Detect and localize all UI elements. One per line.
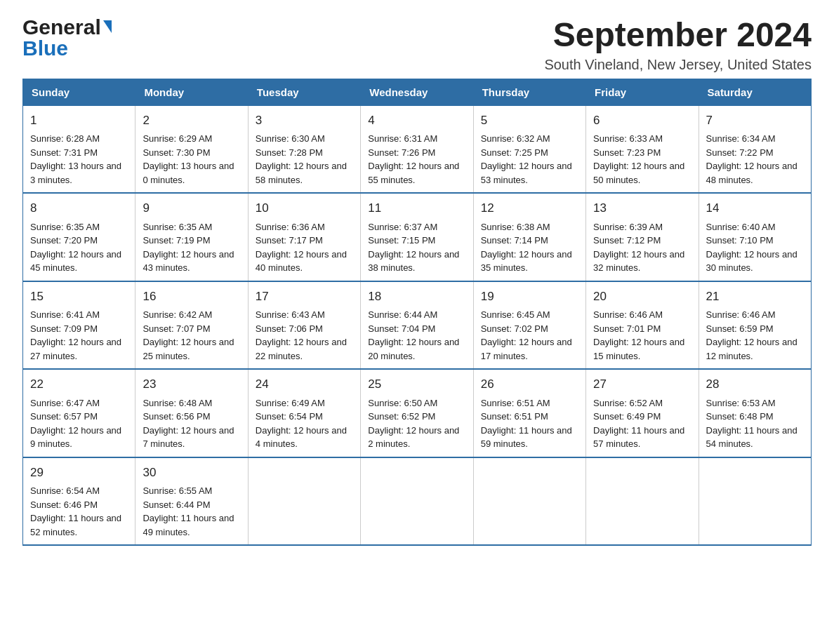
- day-number: 20: [593, 288, 691, 306]
- col-header-friday: Friday: [586, 79, 699, 105]
- day-info: Sunrise: 6:43 AMSunset: 7:06 PMDaylight:…: [256, 308, 353, 363]
- day-info: Sunrise: 6:41 AMSunset: 7:09 PMDaylight:…: [30, 308, 128, 363]
- day-number: 5: [481, 112, 578, 130]
- page-header: General Blue September 2024 South Vinela…: [22, 17, 812, 73]
- calendar-cell: [248, 457, 360, 546]
- calendar-cell: 14Sunrise: 6:40 AMSunset: 7:10 PMDayligh…: [699, 193, 811, 281]
- calendar-cell: 7Sunrise: 6:34 AMSunset: 7:22 PMDaylight…: [699, 105, 811, 193]
- day-number: 9: [143, 199, 240, 217]
- day-info: Sunrise: 6:50 AMSunset: 6:52 PMDaylight:…: [368, 396, 465, 451]
- calendar-cell: 9Sunrise: 6:35 AMSunset: 7:19 PMDaylight…: [135, 193, 248, 281]
- day-info: Sunrise: 6:42 AMSunset: 7:07 PMDaylight:…: [143, 308, 240, 363]
- day-number: 16: [143, 288, 240, 306]
- logo-triangle-icon: [103, 20, 112, 33]
- day-number: 14: [706, 199, 804, 217]
- calendar-cell: [586, 457, 699, 546]
- day-info: Sunrise: 6:36 AMSunset: 7:17 PMDaylight:…: [256, 220, 353, 275]
- day-number: 29: [30, 464, 128, 482]
- day-number: 2: [143, 112, 240, 130]
- calendar-cell: [473, 457, 585, 546]
- day-info: Sunrise: 6:44 AMSunset: 7:04 PMDaylight:…: [368, 308, 465, 363]
- calendar-cell: 21Sunrise: 6:46 AMSunset: 6:59 PMDayligh…: [699, 281, 811, 370]
- calendar-cell: 28Sunrise: 6:53 AMSunset: 6:48 PMDayligh…: [699, 369, 811, 457]
- calendar-week-row: 1Sunrise: 6:28 AMSunset: 7:31 PMDaylight…: [23, 105, 812, 193]
- calendar-cell: 26Sunrise: 6:51 AMSunset: 6:51 PMDayligh…: [473, 369, 585, 457]
- calendar-cell: 13Sunrise: 6:39 AMSunset: 7:12 PMDayligh…: [586, 193, 699, 281]
- day-number: 4: [368, 112, 465, 130]
- calendar-cell: 22Sunrise: 6:47 AMSunset: 6:57 PMDayligh…: [23, 369, 135, 457]
- calendar-cell: 24Sunrise: 6:49 AMSunset: 6:54 PMDayligh…: [248, 369, 360, 457]
- day-info: Sunrise: 6:55 AMSunset: 6:44 PMDaylight:…: [143, 484, 240, 539]
- calendar-cell: 6Sunrise: 6:33 AMSunset: 7:23 PMDaylight…: [586, 105, 699, 193]
- calendar-cell: 19Sunrise: 6:45 AMSunset: 7:02 PMDayligh…: [473, 281, 585, 370]
- calendar-cell: 11Sunrise: 6:37 AMSunset: 7:15 PMDayligh…: [361, 193, 473, 281]
- calendar-cell: [699, 457, 811, 546]
- calendar-cell: 5Sunrise: 6:32 AMSunset: 7:25 PMDaylight…: [473, 105, 585, 193]
- day-number: 7: [706, 112, 804, 130]
- day-info: Sunrise: 6:38 AMSunset: 7:14 PMDaylight:…: [481, 220, 578, 275]
- day-number: 19: [481, 288, 578, 306]
- day-number: 13: [593, 199, 691, 217]
- calendar-week-row: 15Sunrise: 6:41 AMSunset: 7:09 PMDayligh…: [23, 281, 812, 370]
- calendar-week-row: 8Sunrise: 6:35 AMSunset: 7:20 PMDaylight…: [23, 193, 812, 281]
- day-info: Sunrise: 6:30 AMSunset: 7:28 PMDaylight:…: [256, 132, 353, 187]
- col-header-monday: Monday: [135, 79, 248, 105]
- calendar-cell: 12Sunrise: 6:38 AMSunset: 7:14 PMDayligh…: [473, 193, 585, 281]
- day-number: 18: [368, 288, 465, 306]
- day-info: Sunrise: 6:32 AMSunset: 7:25 PMDaylight:…: [481, 132, 578, 187]
- day-number: 26: [481, 375, 578, 394]
- day-info: Sunrise: 6:34 AMSunset: 7:22 PMDaylight:…: [706, 132, 804, 187]
- col-header-thursday: Thursday: [473, 79, 585, 105]
- calendar-table: SundayMondayTuesdayWednesdayThursdayFrid…: [22, 79, 812, 546]
- day-info: Sunrise: 6:47 AMSunset: 6:57 PMDaylight:…: [30, 396, 128, 451]
- day-info: Sunrise: 6:39 AMSunset: 7:12 PMDaylight:…: [593, 220, 691, 275]
- day-info: Sunrise: 6:28 AMSunset: 7:31 PMDaylight:…: [30, 132, 128, 187]
- day-info: Sunrise: 6:49 AMSunset: 6:54 PMDaylight:…: [256, 396, 353, 451]
- day-number: 6: [593, 112, 691, 130]
- day-number: 12: [481, 199, 578, 217]
- calendar-cell: 18Sunrise: 6:44 AMSunset: 7:04 PMDayligh…: [361, 281, 473, 370]
- day-info: Sunrise: 6:45 AMSunset: 7:02 PMDaylight:…: [481, 308, 578, 363]
- day-number: 8: [30, 199, 128, 217]
- day-info: Sunrise: 6:52 AMSunset: 6:49 PMDaylight:…: [593, 396, 691, 451]
- day-number: 22: [30, 375, 128, 394]
- logo-general: General: [22, 17, 101, 38]
- day-info: Sunrise: 6:48 AMSunset: 6:56 PMDaylight:…: [143, 396, 240, 451]
- calendar-cell: 1Sunrise: 6:28 AMSunset: 7:31 PMDaylight…: [23, 105, 135, 193]
- calendar-week-row: 29Sunrise: 6:54 AMSunset: 6:46 PMDayligh…: [23, 457, 812, 546]
- col-header-wednesday: Wednesday: [361, 79, 473, 105]
- calendar-cell: 29Sunrise: 6:54 AMSunset: 6:46 PMDayligh…: [23, 457, 135, 546]
- day-info: Sunrise: 6:46 AMSunset: 7:01 PMDaylight:…: [593, 308, 691, 363]
- day-info: Sunrise: 6:54 AMSunset: 6:46 PMDaylight:…: [30, 484, 128, 539]
- calendar-cell: 8Sunrise: 6:35 AMSunset: 7:20 PMDaylight…: [23, 193, 135, 281]
- day-number: 25: [368, 375, 465, 394]
- calendar-cell: 10Sunrise: 6:36 AMSunset: 7:17 PMDayligh…: [248, 193, 360, 281]
- calendar-cell: 23Sunrise: 6:48 AMSunset: 6:56 PMDayligh…: [135, 369, 248, 457]
- calendar-header-row: SundayMondayTuesdayWednesdayThursdayFrid…: [23, 79, 812, 105]
- calendar-cell: 25Sunrise: 6:50 AMSunset: 6:52 PMDayligh…: [361, 369, 473, 457]
- calendar-week-row: 22Sunrise: 6:47 AMSunset: 6:57 PMDayligh…: [23, 369, 812, 457]
- day-number: 17: [256, 288, 353, 306]
- day-number: 3: [256, 112, 353, 130]
- day-info: Sunrise: 6:40 AMSunset: 7:10 PMDaylight:…: [706, 220, 804, 275]
- day-number: 10: [256, 199, 353, 217]
- calendar-cell: 20Sunrise: 6:46 AMSunset: 7:01 PMDayligh…: [586, 281, 699, 370]
- logo: General Blue: [22, 17, 112, 59]
- day-info: Sunrise: 6:35 AMSunset: 7:19 PMDaylight:…: [143, 220, 240, 275]
- day-info: Sunrise: 6:37 AMSunset: 7:15 PMDaylight:…: [368, 220, 465, 275]
- day-number: 30: [143, 464, 240, 482]
- calendar-cell: 15Sunrise: 6:41 AMSunset: 7:09 PMDayligh…: [23, 281, 135, 370]
- calendar-cell: 16Sunrise: 6:42 AMSunset: 7:07 PMDayligh…: [135, 281, 248, 370]
- day-number: 21: [706, 288, 804, 306]
- day-number: 24: [256, 375, 353, 394]
- day-info: Sunrise: 6:35 AMSunset: 7:20 PMDaylight:…: [30, 220, 128, 275]
- day-info: Sunrise: 6:29 AMSunset: 7:30 PMDaylight:…: [143, 132, 240, 187]
- calendar-cell: 4Sunrise: 6:31 AMSunset: 7:26 PMDaylight…: [361, 105, 473, 193]
- col-header-tuesday: Tuesday: [248, 79, 360, 105]
- title-block: September 2024 South Vineland, New Jerse…: [544, 17, 812, 73]
- day-number: 28: [706, 375, 804, 394]
- day-info: Sunrise: 6:51 AMSunset: 6:51 PMDaylight:…: [481, 396, 578, 451]
- col-header-saturday: Saturday: [699, 79, 811, 105]
- calendar-cell: 2Sunrise: 6:29 AMSunset: 7:30 PMDaylight…: [135, 105, 248, 193]
- day-info: Sunrise: 6:31 AMSunset: 7:26 PMDaylight:…: [368, 132, 465, 187]
